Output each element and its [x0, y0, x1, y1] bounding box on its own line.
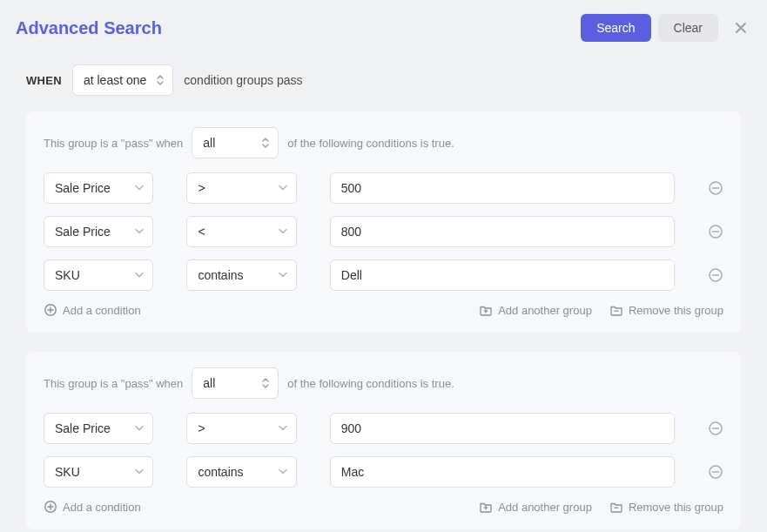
- when-suffix: condition groups pass: [184, 73, 302, 87]
- chevron-down-icon: [135, 229, 144, 235]
- when-mode-select[interactable]: at least one: [72, 64, 173, 96]
- chevron-down-icon: [279, 469, 287, 475]
- condition-row: SKUcontains: [44, 259, 723, 291]
- search-button[interactable]: Search: [581, 14, 650, 42]
- condition-value-input[interactable]: [330, 456, 675, 488]
- minus-circle-icon: [708, 224, 723, 239]
- condition-operator-select[interactable]: >: [186, 172, 296, 204]
- when-row: WHEN at least one condition groups pass: [26, 64, 741, 96]
- chevron-down-icon: [135, 185, 144, 192]
- group-suffix-text: of the following conditions is true.: [287, 137, 454, 150]
- condition-row: Sale Price<: [44, 216, 723, 247]
- header: Advanced Search Search Clear: [0, 0, 767, 56]
- remove-group-label: Remove this group: [629, 501, 723, 514]
- remove-condition-button[interactable]: [708, 419, 723, 438]
- remove-condition-button[interactable]: [708, 266, 723, 285]
- condition-value-input[interactable]: [330, 172, 675, 204]
- group-footer: Add a conditionAdd another groupRemove t…: [44, 303, 723, 317]
- folder-plus-icon: [479, 500, 493, 514]
- folder-minus-icon: [609, 500, 623, 514]
- group-prefix-text: This group is a "pass" when: [44, 137, 183, 150]
- content: WHEN at least one condition groups pass …: [0, 56, 767, 532]
- when-label: WHEN: [26, 74, 62, 87]
- add-condition-label: Add a condition: [63, 304, 141, 317]
- condition-field-select[interactable]: Sale Price: [44, 172, 153, 204]
- condition-operator-select[interactable]: <: [186, 216, 296, 247]
- add-condition-label: Add a condition: [63, 501, 141, 514]
- condition-field-value: SKU: [55, 268, 80, 282]
- condition-operator-value: contains: [198, 268, 243, 282]
- condition-operator-value: <: [198, 225, 205, 239]
- group-header: This group is a "pass" whenallof the fol…: [44, 367, 723, 399]
- plus-circle-icon: [44, 303, 57, 317]
- add-group-button[interactable]: Add another group: [479, 303, 592, 317]
- chevron-down-icon: [279, 185, 287, 192]
- condition-field-select[interactable]: Sale Price: [44, 413, 153, 444]
- condition-operator-select[interactable]: contains: [186, 259, 296, 291]
- add-group-button[interactable]: Add another group: [479, 500, 592, 514]
- add-group-label: Add another group: [498, 304, 592, 317]
- minus-circle-icon: [708, 464, 723, 480]
- group-prefix-text: This group is a "pass" when: [44, 377, 183, 390]
- condition-value-input[interactable]: [330, 413, 675, 444]
- condition-value-input[interactable]: [330, 259, 675, 291]
- remove-group-button[interactable]: Remove this group: [609, 303, 723, 317]
- minus-circle-icon: [708, 421, 723, 436]
- close-icon: [734, 21, 748, 35]
- remove-condition-button[interactable]: [708, 178, 723, 198]
- chevron-updown-icon: [155, 74, 165, 86]
- condition-field-select[interactable]: Sale Price: [44, 216, 153, 247]
- chevron-updown-icon: [260, 377, 271, 389]
- add-condition-button[interactable]: Add a condition: [44, 303, 141, 317]
- chevron-down-icon: [279, 273, 287, 279]
- add-group-label: Add another group: [498, 501, 592, 514]
- condition-operator-select[interactable]: contains: [186, 456, 296, 488]
- remove-group-button[interactable]: Remove this group: [609, 500, 723, 514]
- when-mode-value: at least one: [84, 73, 146, 87]
- chevron-down-icon: [279, 229, 287, 235]
- group-match-value: all: [203, 136, 215, 150]
- condition-field-value: Sale Price: [55, 181, 111, 195]
- folder-minus-icon: [609, 303, 623, 317]
- condition-field-select[interactable]: SKU: [44, 456, 153, 488]
- chevron-updown-icon: [260, 137, 271, 149]
- condition-operator-value: >: [198, 421, 205, 435]
- folder-plus-icon: [479, 303, 493, 317]
- condition-operator-select[interactable]: >: [186, 413, 296, 444]
- condition-row: SKUcontains: [44, 456, 723, 488]
- chevron-down-icon: [135, 469, 144, 475]
- condition-operator-value: >: [198, 181, 205, 195]
- condition-group: This group is a "pass" whenallof the fol…: [26, 352, 741, 529]
- page-title: Advanced Search: [16, 18, 574, 38]
- group-header: This group is a "pass" whenallof the fol…: [44, 127, 723, 158]
- condition-row: Sale Price>: [44, 172, 723, 204]
- condition-operator-value: contains: [198, 465, 243, 479]
- condition-value-input[interactable]: [330, 216, 675, 247]
- plus-circle-icon: [44, 500, 57, 514]
- clear-button[interactable]: Clear: [658, 14, 718, 42]
- group-match-value: all: [203, 376, 215, 390]
- close-button[interactable]: [730, 17, 751, 38]
- condition-field-select[interactable]: SKU: [44, 259, 153, 291]
- chevron-down-icon: [135, 426, 144, 432]
- add-condition-button[interactable]: Add a condition: [44, 500, 141, 514]
- minus-circle-icon: [708, 180, 723, 196]
- condition-field-value: SKU: [55, 465, 80, 479]
- condition-row: Sale Price>: [44, 413, 723, 444]
- minus-circle-icon: [708, 267, 723, 283]
- remove-condition-button[interactable]: [708, 222, 723, 241]
- group-match-select[interactable]: all: [192, 367, 279, 399]
- group-suffix-text: of the following conditions is true.: [287, 377, 454, 390]
- remove-condition-button[interactable]: [708, 462, 723, 481]
- condition-field-value: Sale Price: [55, 225, 111, 239]
- chevron-down-icon: [135, 273, 144, 279]
- group-match-select[interactable]: all: [192, 127, 279, 158]
- group-footer: Add a conditionAdd another groupRemove t…: [44, 500, 723, 514]
- condition-group: This group is a "pass" whenallof the fol…: [26, 111, 741, 333]
- remove-group-label: Remove this group: [629, 304, 723, 317]
- condition-field-value: Sale Price: [55, 421, 111, 435]
- chevron-down-icon: [279, 426, 287, 432]
